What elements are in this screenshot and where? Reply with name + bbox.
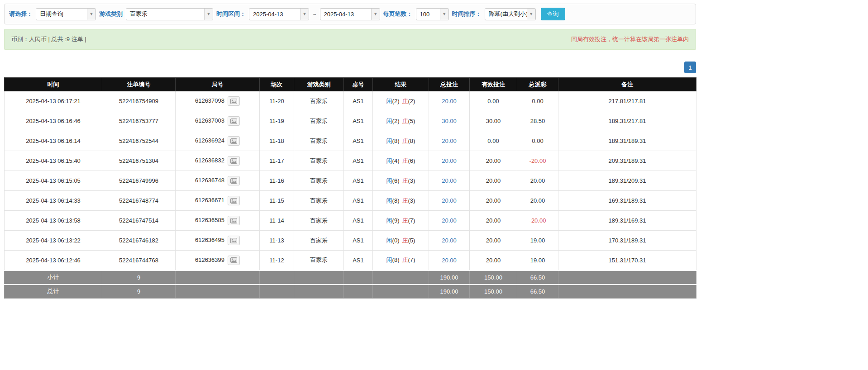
query-mode-select[interactable]: 日期查询 ▼: [36, 8, 96, 20]
table-row: 2025-04-13 06:16:14 522416752544 6126369…: [5, 131, 696, 151]
per-page-select[interactable]: 100 ▼: [416, 8, 449, 20]
banker-result-label: 庄: [402, 98, 408, 104]
round-number: 612636585: [195, 217, 224, 223]
cell-table-no: AS1: [344, 251, 373, 270]
player-score: (9): [392, 217, 400, 224]
page-1-button[interactable]: 1: [684, 62, 696, 73]
per-page-label: 每页笔数：: [383, 10, 413, 18]
player-result-label: 闲: [386, 118, 392, 124]
cell-bet-id: 522416752544: [102, 131, 176, 151]
total-bet-link[interactable]: 20.00: [442, 177, 457, 184]
cell-valid-bet: 0.00: [470, 91, 517, 111]
time-sort-label: 时间排序：: [452, 10, 482, 18]
banker-score: (6): [408, 157, 415, 164]
date-to-picker[interactable]: 2025-04-13 ▼: [320, 8, 380, 20]
col-header-bet-id: 注单编号: [102, 78, 176, 91]
cell-remark: 169.31/189.31: [558, 191, 696, 211]
total-bet-link[interactable]: 20.00: [442, 98, 457, 104]
chevron-down-icon: ▼: [87, 9, 95, 20]
cell-time: 2025-04-13 06:15:05: [5, 171, 102, 191]
total-bet-link[interactable]: 20.00: [442, 197, 457, 204]
cell-result: 闲(2)庄(5): [373, 111, 429, 131]
game-record-icon[interactable]: [228, 176, 240, 185]
game-record-icon[interactable]: [228, 156, 240, 166]
cell-table-no: AS1: [344, 111, 373, 131]
cell-valid-bet: 20.00: [470, 171, 517, 191]
col-header-result: 结果: [373, 78, 429, 91]
per-page-value: 100: [416, 9, 440, 20]
cell-remark: 189.31/209.31: [558, 171, 696, 191]
game-record-icon[interactable]: [228, 96, 240, 106]
total-bet-link[interactable]: 20.00: [442, 157, 457, 164]
total-bet-link[interactable]: 30.00: [442, 118, 457, 124]
game-record-icon[interactable]: [228, 136, 240, 146]
cell-bet-id: 522416744768: [102, 251, 176, 270]
cell-bet-id: 522416746182: [102, 231, 176, 251]
total-bet-link[interactable]: 20.00: [442, 257, 457, 264]
cell-result: 闲(4)庄(6): [373, 151, 429, 171]
cell-valid-bet: 20.00: [470, 211, 517, 231]
cell-time: 2025-04-13 06:12:46: [5, 251, 102, 270]
cell-bet-id: 522416749996: [102, 171, 176, 191]
banker-score: (7): [408, 217, 415, 224]
cell-remark: 189.31/217.81: [558, 111, 696, 131]
player-score: (2): [392, 98, 400, 104]
chevron-down-icon: ▼: [527, 9, 535, 20]
total-bet-link[interactable]: 20.00: [442, 138, 457, 144]
player-score: (0): [392, 237, 400, 244]
total-count: 9: [102, 285, 176, 299]
banker-result-label: 庄: [402, 217, 408, 224]
cell-valid-bet: 20.00: [470, 151, 517, 171]
game-record-icon[interactable]: [228, 256, 240, 265]
game-record-icon[interactable]: [228, 236, 240, 245]
cell-total-bet: 20.00: [429, 171, 470, 191]
player-score: (4): [392, 157, 400, 164]
banker-result-label: 庄: [402, 157, 408, 164]
game-category-select[interactable]: 百家乐 ▼: [126, 8, 213, 20]
cell-remark: 209.31/189.31: [558, 151, 696, 171]
table-row: 2025-04-13 06:15:05 522416749996 6126367…: [5, 171, 696, 191]
cell-payout: -20.00: [517, 151, 558, 171]
total-bet-link[interactable]: 20.00: [442, 217, 457, 224]
query-button[interactable]: 查询: [541, 8, 565, 20]
subtotal-label: 小计: [5, 270, 102, 285]
cell-result: 闲(2)庄(2): [373, 91, 429, 111]
total-payout: 66.50: [517, 285, 558, 299]
filter-bar: 请选择： 日期查询 ▼ 游戏类别 百家乐 ▼ 时间区间： 2025-04-13 …: [4, 4, 696, 24]
cell-valid-bet: 20.00: [470, 231, 517, 251]
cell-total-bet: 20.00: [429, 211, 470, 231]
total-bet-link[interactable]: 20.00: [442, 237, 457, 244]
cell-bet-id: 522416748774: [102, 191, 176, 211]
cell-bet-id: 522416754909: [102, 91, 176, 111]
cell-game: 百家乐: [294, 91, 344, 111]
cell-result: 闲(8)庄(7): [373, 251, 429, 270]
cell-round: 612636399: [176, 251, 260, 270]
cell-bet-id: 522416751304: [102, 151, 176, 171]
cell-session: 11-12: [260, 251, 294, 270]
cell-time: 2025-04-13 06:16:14: [5, 131, 102, 151]
time-sort-select[interactable]: 降冪(由大到小) ▼: [485, 8, 536, 20]
total-row: 总计 9 190.00 150.00 66.50: [5, 285, 696, 299]
cell-game: 百家乐: [294, 171, 344, 191]
cell-game: 百家乐: [294, 251, 344, 270]
game-category-value: 百家乐: [126, 9, 204, 20]
cell-payout: -20.00: [517, 211, 558, 231]
cell-valid-bet: 20.00: [470, 191, 517, 211]
date-from-picker[interactable]: 2025-04-13 ▼: [249, 8, 309, 20]
cell-total-bet: 20.00: [429, 131, 470, 151]
game-record-icon[interactable]: [228, 216, 240, 225]
subtotal-payout: 66.50: [517, 270, 558, 285]
col-header-round: 局号: [176, 78, 260, 91]
cell-remark: 151.31/170.31: [558, 251, 696, 270]
game-record-icon[interactable]: [228, 116, 240, 126]
cell-game: 百家乐: [294, 111, 344, 131]
banker-result-label: 庄: [402, 138, 408, 144]
select-mode-label: 请选择：: [9, 10, 33, 18]
game-record-icon[interactable]: [228, 196, 240, 205]
cell-round: 612637003: [176, 111, 260, 131]
banker-score: (8): [408, 138, 415, 144]
cell-total-bet: 20.00: [429, 191, 470, 211]
cell-game: 百家乐: [294, 151, 344, 171]
cell-session: 11-19: [260, 111, 294, 131]
cell-session: 11-16: [260, 171, 294, 191]
